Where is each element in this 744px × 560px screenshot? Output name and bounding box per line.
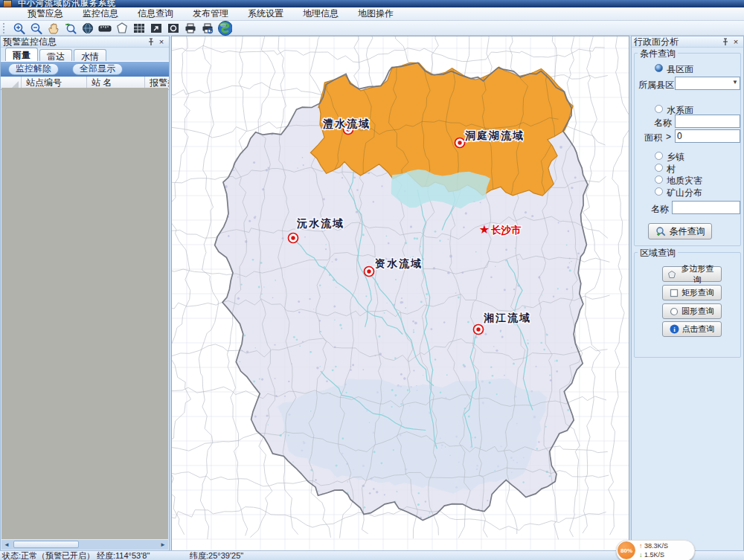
zoom-out-icon[interactable] [28,21,44,35]
name-field-label: 名称 [654,117,672,129]
analysis-panel-title: 行政面分析 [634,37,720,47]
menu-system-settings[interactable]: 系统设置 [238,7,293,20]
region-query-group: 区域查询 多边形查询 矩形查询 圆形查询 i 点击查询 [634,252,741,358]
area-field-label: 面积 [644,132,662,144]
station-marker[interactable] [474,325,484,335]
net-speed-rows: ↑ 38.3K/S ↓ 1.5K/S [639,541,668,559]
warning-monitor-panel: 预警监控信息 × 雨量 雷达 水情 监控解除 全部显示 站点编号 站 名 报警类… [0,36,170,551]
polygon-query-button[interactable]: 多边形查询 [662,266,722,282]
basin-label: 澧水流域 [322,118,371,129]
mine-distribution-radio-label[interactable]: 矿山分布 [667,187,702,199]
tab-radar[interactable]: 雷达 [39,49,72,61]
globe-small-icon[interactable] [80,21,95,35]
menu-geo-info[interactable]: 地理信息 [293,7,348,20]
name-input[interactable] [675,115,740,128]
station-marker[interactable] [365,267,374,277]
print-preview-icon[interactable] [199,21,215,35]
rectangle-icon [670,289,679,297]
city-label[interactable]: 长沙市 [490,225,522,236]
condition-query-button-label: 条件查询 [670,225,705,238]
station-table-body[interactable] [1,88,168,539]
status-text: 状态:正常（预警已开启） [2,551,94,560]
scrollbar-thumb[interactable] [13,541,79,548]
rectangle-query-button[interactable]: 矩形查询 [662,285,722,300]
geo-disaster-radio-label[interactable]: 地质灾害 [667,175,702,187]
info-icon: i [670,324,679,334]
search-plus-icon [655,226,666,236]
horizontal-scrollbar[interactable]: ◄ ► [1,540,168,550]
close-icon[interactable]: × [156,37,167,47]
station-marker[interactable] [289,234,298,243]
menu-map-operations[interactable]: 地图操作 [348,7,403,20]
zoom-in-icon[interactable] [11,21,27,35]
station-marker[interactable] [455,138,465,148]
chevron-down-icon[interactable]: ▼ [732,79,738,86]
name2-input[interactable] [672,201,740,214]
monitor-tabs: 雨量 雷达 水情 [1,48,169,61]
pin-icon[interactable] [720,37,731,47]
upload-speed: 38.3K/S [644,542,668,550]
record-icon[interactable] [165,21,181,35]
area-operator: > [666,132,671,142]
export-icon[interactable] [148,21,164,35]
village-radio-label[interactable]: 村 [667,163,676,176]
close-icon[interactable]: × [731,37,741,47]
upload-arrow-icon: ↑ [639,542,643,550]
basin-label: 湘江流域 [483,312,531,324]
township-radio[interactable] [655,152,663,160]
globe-icon[interactable] [217,21,232,35]
region-group-title: 区域查询 [638,247,678,260]
analysis-panel-header: 行政面分析 × [632,36,743,48]
menu-info-query[interactable]: 信息查询 [128,7,183,20]
basin-label: 资水流域 [375,257,423,269]
tab-water[interactable]: 水情 [74,49,106,61]
toolbar-grip [3,23,7,33]
pin-icon[interactable] [146,37,156,47]
rectangle-query-label: 矩形查询 [682,287,714,298]
download-arrow-icon: ↓ [639,551,643,559]
polygon-select-icon[interactable] [114,21,129,35]
print-icon[interactable] [182,21,198,35]
longitude-readout: 经度:114°53'8" [97,551,150,560]
zoom-previous-icon[interactable] [62,21,78,35]
grid-icon[interactable] [131,21,147,35]
map-canvas[interactable]: 澧水流域洞庭湖流域沅水流域资水流域湘江流域★长沙市 [172,36,629,550]
menu-publish[interactable]: 发布管理 [183,7,238,20]
circle-query-button[interactable]: 圆形查询 [662,303,722,319]
application-window: 中小河流域防汛服务系统 预警应急 监控信息 信息查询 发布管理 系统设置 地理信… [0,0,744,560]
scroll-left-icon[interactable]: ◄ [1,540,12,550]
sort-triangle-icon [12,81,19,88]
show-all-button[interactable]: 全部显示 [72,63,123,75]
map-area[interactable]: 澧水流域洞庭湖流域沅水流域资水流域湘江流域★长沙市 [171,36,629,551]
tab-rainfall[interactable]: 雨量 [5,48,38,61]
click-query-button[interactable]: i 点击查询 [662,321,722,337]
menu-monitor-info[interactable]: 监控信息 [73,7,128,20]
measure-icon[interactable] [97,21,112,35]
water-system-radio[interactable] [655,105,663,113]
pan-icon[interactable] [45,21,61,35]
polygon-query-label: 多边形查询 [679,263,716,286]
condition-query-button[interactable]: 条件查询 [648,223,712,239]
county-select-label: 所属县区 [638,79,674,91]
geo-disaster-radio[interactable] [655,176,663,184]
county-combobox[interactable]: ▼ [675,77,740,90]
scroll-right-icon[interactable]: ► [158,540,168,550]
condition-query-group: 条件查询 县区面 所属县区 ▼ 水系面 名称 面积 > 乡镇 村 [634,53,741,246]
release-monitor-button[interactable]: 监控解除 [8,63,59,75]
net-percent-badge: 80% [618,541,635,559]
mine-distribution-radio[interactable] [655,187,663,196]
menu-emergency[interactable]: 预警应急 [18,7,73,20]
county-area-radio-label[interactable]: 县区面 [667,63,693,76]
area-input[interactable] [675,129,740,143]
app-icon [3,0,12,7]
admin-analysis-panel: 行政面分析 × 条件查询 县区面 所属县区 ▼ 水系面 名称 面积 > [631,36,744,551]
monitor-button-strip: 监控解除 全部显示 [1,61,169,77]
city-star-icon: ★ [479,223,490,236]
map-toolbar [0,21,744,36]
township-radio-label[interactable]: 乡镇 [667,151,684,164]
warning-panel-header: 预警监控信息 × [1,36,169,48]
net-speed-widget[interactable]: 80% ↑ 38.3K/S ↓ 1.5K/S [616,540,695,560]
basin-label: 洞庭湖流域 [464,129,525,141]
county-area-radio[interactable] [655,64,663,72]
village-radio[interactable] [655,164,663,172]
